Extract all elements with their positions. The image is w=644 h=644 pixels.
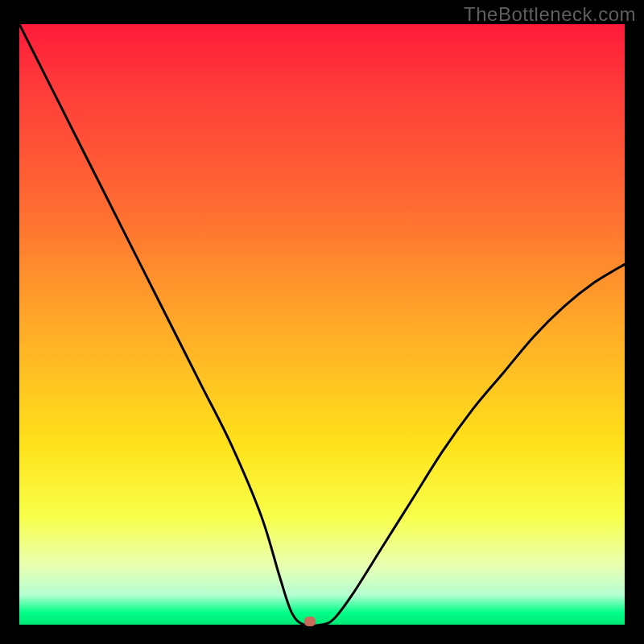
watermark-text: TheBottleneck.com — [464, 3, 636, 26]
bottleneck-curve — [19, 24, 625, 625]
chart-frame: TheBottleneck.com — [0, 0, 644, 644]
plot-area — [19, 24, 625, 625]
optimal-marker — [304, 617, 316, 626]
